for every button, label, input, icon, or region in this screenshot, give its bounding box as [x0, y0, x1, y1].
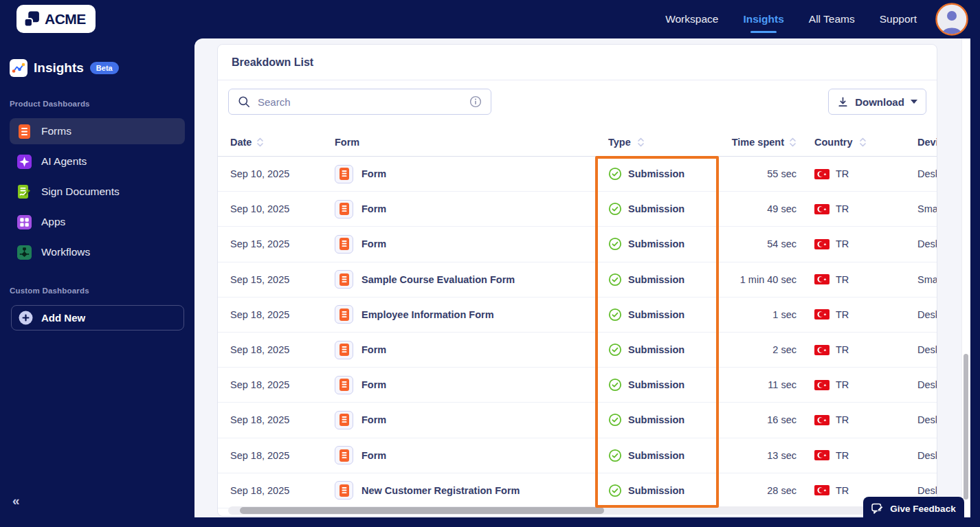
add-new-button[interactable]: Add New [11, 305, 184, 330]
cell-date: Sep 18, 2025 [230, 368, 289, 402]
download-button[interactable]: Download [828, 89, 926, 115]
sidebar-item-workflows[interactable]: Workflows [10, 239, 185, 265]
give-feedback-button[interactable]: Give Feedback [863, 497, 964, 520]
nav-active-underline [750, 31, 777, 33]
acme-logo[interactable]: ACME [16, 5, 96, 33]
column-header-form: Form [335, 128, 359, 156]
form-name: Sample Course Evaluation Form [361, 274, 515, 285]
sort-icon[interactable] [637, 137, 645, 148]
check-circle-icon [608, 237, 622, 251]
table-row[interactable]: Sep 18, 2025FormSubmission2 secTRDesktop [218, 333, 937, 368]
table-row[interactable]: Sep 10, 2025FormSubmission49 secTRSmartp… [218, 192, 937, 227]
column-label: Time spent [732, 137, 784, 148]
tr-flag-icon [814, 485, 829, 495]
table-body: Sep 10, 2025FormSubmission55 secTRDeskto… [218, 157, 937, 508]
search-input[interactable] [258, 96, 462, 108]
logo-text: ACME [45, 11, 86, 27]
cell-device: Desktop [917, 368, 937, 402]
divider [218, 80, 937, 80]
cell-device: Desktop [917, 298, 937, 332]
table-row[interactable]: Sep 18, 2025FormSubmission13 secTRDeskto… [218, 438, 937, 473]
column-label: Device [917, 137, 937, 148]
cell-country: TR [814, 157, 849, 191]
sidebar-item-sign-documents[interactable]: Sign Documents [10, 179, 185, 205]
cell-time-spent: 49 sec [658, 192, 797, 226]
tr-flag-icon [814, 450, 829, 460]
sort-icon[interactable] [256, 137, 264, 148]
table-row[interactable]: Sep 18, 2025New Customer Registration Fo… [218, 473, 937, 508]
cell-form: Employee Information Form [335, 298, 494, 332]
cell-device: Desktop [917, 333, 937, 367]
table-row[interactable]: Sep 18, 2025FormSubmission16 secTRDeskto… [218, 403, 937, 438]
cell-date: Sep 18, 2025 [230, 333, 289, 367]
cell-time-spent: 13 sec [658, 438, 797, 473]
column-header-date[interactable]: Date [230, 128, 264, 156]
table-row[interactable]: Sep 18, 2025Employee Information FormSub… [218, 298, 937, 333]
form-icon [335, 446, 353, 464]
breakdown-list-card: Breakdown List [217, 44, 937, 517]
collapse-sidebar-button[interactable]: « [12, 493, 20, 508]
column-header-country[interactable]: Country [814, 128, 867, 156]
vertical-scrollbar-track[interactable] [961, 38, 970, 517]
nav-insights[interactable]: Insights [743, 0, 783, 38]
nav-support[interactable]: Support [880, 0, 917, 38]
nav-all-teams[interactable]: All Teams [809, 0, 855, 38]
form-name: Form [361, 379, 386, 390]
cell-form: Form [335, 403, 386, 437]
sidebar-items: FormsAI AgentsSign DocumentsAppsWorkflow… [10, 118, 185, 269]
sort-icon[interactable] [859, 137, 867, 148]
column-header-device: Device [917, 128, 937, 156]
check-circle-icon [608, 343, 622, 357]
table-row[interactable]: Sep 15, 2025FormSubmission54 secTRDeskto… [218, 227, 937, 262]
user-avatar[interactable] [935, 3, 968, 36]
cell-form: Form [335, 227, 386, 261]
cell-country: TR [814, 192, 849, 226]
info-icon[interactable] [469, 96, 482, 108]
cell-country: TR [814, 368, 849, 402]
check-circle-icon [608, 308, 622, 322]
tr-flag-icon [814, 380, 829, 390]
cell-country: TR [814, 298, 849, 332]
table-row[interactable]: Sep 10, 2025FormSubmission55 secTRDeskto… [218, 157, 937, 192]
section-custom-dashboards: Custom Dashboards [10, 287, 89, 295]
tr-flag-icon [814, 169, 829, 179]
main-panel: Breakdown List [194, 38, 970, 517]
sidebar-item-label: Apps [41, 216, 65, 228]
check-circle-icon [608, 202, 622, 216]
nav-workspace[interactable]: Workspace [665, 0, 718, 38]
table-row[interactable]: Sep 18, 2025FormSubmission11 secTRDeskto… [218, 368, 937, 403]
form-icon [335, 376, 353, 394]
cell-country: TR [814, 227, 849, 261]
check-circle-icon [608, 449, 622, 462]
cell-date: Sep 18, 2025 [230, 473, 289, 508]
cell-time-spent: 55 sec [658, 157, 797, 191]
sidebar-title-label: Insights [34, 60, 84, 76]
sort-icon[interactable] [789, 137, 797, 148]
check-circle-icon [608, 484, 622, 497]
horizontal-scrollbar-track[interactable] [228, 506, 935, 515]
sidebar-item-apps[interactable]: Apps [10, 209, 185, 235]
cell-time-spent: 28 sec [658, 473, 797, 508]
sidebar-item-ai-agents[interactable]: AI Agents [10, 148, 185, 175]
table-row[interactable]: Sep 15, 2025Sample Course Evaluation For… [218, 262, 937, 298]
column-header-type[interactable]: Type [608, 128, 645, 156]
vertical-scrollbar-thumb[interactable] [964, 354, 968, 500]
feedback-label: Give Feedback [890, 504, 955, 514]
add-new-label: Add New [41, 312, 85, 324]
cell-form: Form [335, 157, 386, 191]
check-circle-icon [608, 273, 622, 287]
form-icon [335, 165, 353, 183]
cell-time-spent: 11 sec [658, 368, 797, 402]
column-header-time-spent[interactable]: Time spent [658, 128, 797, 156]
country-code: TR [836, 309, 849, 320]
download-icon [837, 96, 849, 108]
form-name: Form [361, 168, 386, 179]
sidebar-item-forms[interactable]: Forms [10, 118, 185, 144]
top-nav: WorkspaceInsightsAll TeamsSupport [665, 0, 917, 38]
column-label: Country [814, 137, 853, 148]
sidebar-title: Insights Beta [10, 59, 119, 77]
horizontal-scrollbar-thumb[interactable] [240, 507, 604, 514]
cell-country: TR [814, 473, 849, 508]
country-code: TR [836, 379, 849, 390]
feedback-icon [871, 503, 884, 515]
